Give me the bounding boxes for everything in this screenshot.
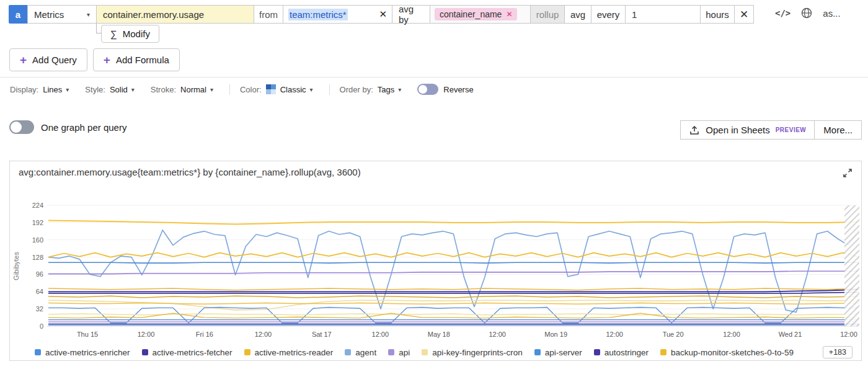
add-query-button[interactable]: + Add Query	[9, 48, 87, 71]
rollup-interval-input[interactable]: 1	[625, 5, 701, 24]
svg-text:Sat 17: Sat 17	[312, 331, 332, 338]
display-label: Display:	[10, 85, 38, 94]
sigma-icon: ∑	[110, 29, 117, 39]
every-label: every	[591, 5, 626, 24]
timeseries-plot[interactable]: 0326496128160192224Thu 1512:00Fri 1612:0…	[10, 184, 861, 340]
vertical-divider	[329, 84, 330, 95]
color-label: Color:	[240, 85, 262, 94]
reverse-toggle[interactable]	[417, 84, 438, 95]
legend-label: agent	[355, 348, 376, 357]
legend-item[interactable]: autostringer	[594, 348, 649, 357]
legend-label: active-metrics-reader	[255, 348, 334, 357]
legend-item[interactable]: api-server	[534, 348, 582, 357]
add-query-label: Add Query	[32, 55, 77, 65]
expand-icon[interactable]	[841, 167, 854, 179]
legend-item[interactable]: backup-monitor-sketches-0-to-59	[660, 348, 794, 357]
one-graph-toggle[interactable]	[9, 120, 34, 134]
order-by-dropdown[interactable]: Tags ▾	[378, 85, 402, 94]
more-button[interactable]: More...	[814, 121, 861, 139]
modify-label: Modify	[123, 29, 150, 39]
plus-icon: +	[20, 54, 27, 66]
remove-query-button[interactable]: ✕	[734, 5, 754, 24]
legend-label: active-metrics-fetcher	[153, 348, 232, 357]
stroke-value: Normal	[180, 85, 206, 94]
legend-label: active-metrics-enricher	[45, 348, 130, 357]
legend-item[interactable]: active-metrics-enricher	[35, 348, 130, 357]
open-in-sheets-label: Open in Sheets	[706, 125, 769, 135]
one-graph-label: One graph per query	[41, 122, 126, 133]
legend-swatch	[660, 349, 666, 355]
legend-swatch	[594, 349, 600, 355]
rollup-label: rollup	[530, 5, 565, 24]
metrics-explorer-page: a Metrics ▾ container.memory.usage from …	[0, 0, 868, 369]
globe-icon[interactable]	[800, 7, 813, 19]
legend-item[interactable]: active-metrics-fetcher	[142, 348, 232, 357]
rollup-function-selector[interactable]: avg	[564, 5, 591, 24]
plus-icon: +	[104, 54, 110, 66]
legend-swatch	[35, 349, 41, 355]
toggle-knob	[11, 122, 22, 133]
scope-filter-value: team:metrics*	[288, 9, 348, 20]
vertical-divider	[229, 84, 230, 95]
legend-swatch	[534, 349, 541, 355]
group-by-tag-pill[interactable]: container_name ✕	[435, 8, 517, 20]
query-row-tools: </> as...	[775, 7, 841, 19]
modify-button[interactable]: ∑ Modify	[101, 25, 159, 43]
legend-item[interactable]: agent	[345, 348, 376, 357]
chart-title: avg:container.memory.usage{team:metrics*…	[19, 167, 361, 177]
rollup-unit-selector[interactable]: hours	[700, 5, 735, 24]
svg-text:64: 64	[36, 288, 43, 295]
order-by-label: Order by:	[340, 85, 373, 94]
legend-overflow-badge[interactable]: +183	[823, 346, 852, 358]
legend-item[interactable]: active-metrics-reader	[244, 348, 334, 357]
legend-swatch	[422, 349, 428, 355]
color-value: Classic	[280, 85, 306, 94]
svg-text:12:00: 12:00	[723, 331, 740, 338]
legend-items: active-metrics-enricheractive-metrics-fe…	[35, 348, 794, 357]
chevron-down-icon: ▾	[131, 86, 135, 93]
code-view-icon[interactable]: </>	[775, 8, 790, 18]
chevron-down-icon: ▾	[87, 11, 90, 18]
style-label: Style:	[85, 85, 105, 94]
svg-text:160: 160	[32, 236, 43, 244]
chart-legend: active-metrics-enricheractive-metrics-fe…	[35, 345, 852, 360]
legend-item[interactable]: api-key-fingerprints-cron	[422, 348, 523, 357]
svg-text:Mon 19: Mon 19	[544, 331, 567, 338]
chevron-down-icon: ▾	[210, 86, 213, 93]
legend-label: autostringer	[604, 348, 649, 357]
style-dropdown[interactable]: Solid ▾	[110, 85, 135, 94]
metrics-source-dropdown[interactable]: Metrics ▾	[27, 5, 97, 24]
display-options-row: Display: Lines ▾ Style: Solid ▾ Stroke: …	[10, 81, 474, 97]
svg-text:Thu 15: Thu 15	[77, 331, 98, 338]
display-type-dropdown[interactable]: Lines ▾	[43, 85, 69, 94]
metric-name-input[interactable]: container.memory.usage	[96, 5, 254, 24]
color-dropdown[interactable]: Classic ▾	[280, 85, 313, 94]
color-palette-icon	[266, 84, 276, 94]
stroke-label: Stroke:	[151, 85, 176, 94]
remove-tag-icon[interactable]: ✕	[506, 10, 512, 19]
svg-text:0: 0	[40, 322, 43, 330]
export-actions-group: Open in Sheets PREVIEW More...	[680, 120, 862, 140]
legend-item[interactable]: api	[388, 348, 410, 357]
scope-filter-input[interactable]: team:metrics* ✕	[283, 5, 392, 24]
stroke-dropdown[interactable]: Normal ▾	[180, 85, 213, 94]
preview-badge: PREVIEW	[776, 127, 807, 133]
svg-text:12:00: 12:00	[489, 331, 506, 338]
group-by-input[interactable]: container_name ✕	[430, 5, 531, 24]
legend-label: backup-monitor-sketches-0-to-59	[671, 348, 794, 357]
clear-scope-icon[interactable]: ✕	[379, 9, 387, 20]
legend-swatch	[142, 349, 148, 355]
from-label: from	[254, 5, 283, 24]
timeseries-chart-card: avg:container.memory.usage{team:metrics*…	[9, 161, 862, 361]
legend-swatch	[345, 349, 351, 355]
open-in-sheets-button[interactable]: Open in Sheets PREVIEW	[681, 121, 814, 139]
add-formula-button[interactable]: + Add Formula	[93, 48, 180, 71]
group-by-tag-label: container_name	[440, 9, 502, 19]
one-graph-per-query-control: One graph per query	[9, 120, 126, 134]
svg-text:12:00: 12:00	[606, 331, 623, 338]
svg-text:12:00: 12:00	[372, 331, 389, 338]
legend-swatch	[388, 349, 394, 355]
add-formula-label: Add Formula	[116, 55, 169, 65]
upload-icon	[689, 125, 700, 136]
metrics-source-label: Metrics	[34, 9, 64, 20]
